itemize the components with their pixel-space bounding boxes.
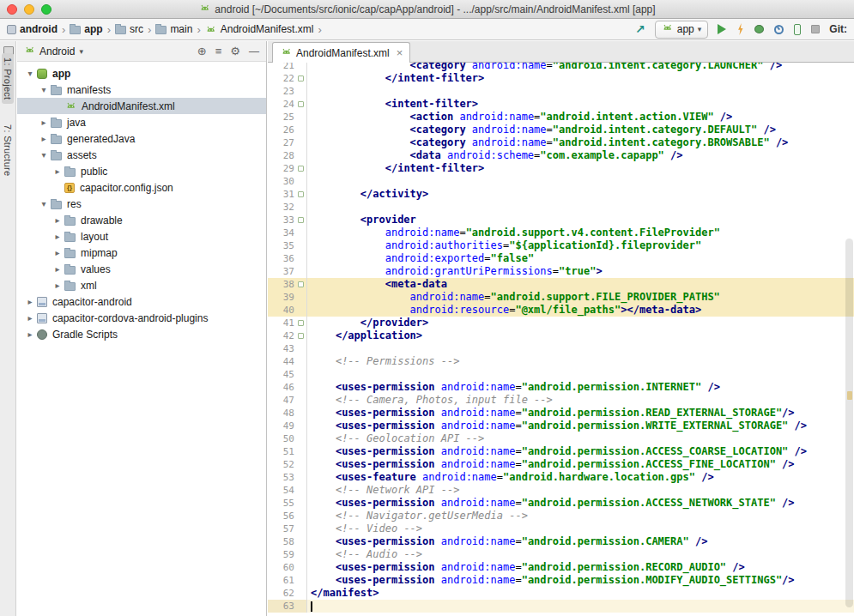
code-line-54[interactable]: 54 <!-- Network API --> bbox=[268, 484, 854, 497]
code-line-62[interactable]: 62</manifest> bbox=[268, 587, 854, 600]
code-line-42[interactable]: 42 </application> bbox=[268, 329, 854, 342]
fold-marker-icon[interactable] bbox=[298, 191, 304, 197]
chevron-down-icon[interactable]: ▾ bbox=[24, 69, 36, 78]
code-line-47[interactable]: 47 <!-- Camera, Photos, input file --> bbox=[268, 394, 854, 407]
project-view-selector[interactable]: Android ▾ bbox=[23, 45, 83, 58]
chevron-down-icon[interactable]: ▾ bbox=[38, 199, 50, 208]
hide-panel-icon[interactable]: — bbox=[249, 46, 259, 57]
code-line-36[interactable]: 36 android:exported="false" bbox=[268, 252, 854, 265]
close-window-button[interactable] bbox=[7, 4, 17, 15]
breadcrumb-item-app[interactable]: app bbox=[68, 23, 104, 35]
tree-item-generatedjava[interactable]: ▸generatedJava bbox=[17, 130, 266, 147]
fold-marker-icon[interactable] bbox=[298, 75, 304, 82]
code-line-56[interactable]: 56 <!-- Navigator.getUserMedia --> bbox=[268, 510, 854, 522]
attach-debugger-icon[interactable] bbox=[794, 24, 801, 35]
code-line-60[interactable]: 60 <uses-permission android:name="androi… bbox=[268, 561, 854, 574]
breadcrumb-item-main[interactable]: main bbox=[154, 23, 194, 35]
tree-item-gradle-scripts[interactable]: ▸Gradle Scripts bbox=[17, 326, 266, 342]
zoom-window-button[interactable] bbox=[41, 4, 51, 15]
code-line-21[interactable]: 21 <category android:name="android.inten… bbox=[268, 63, 854, 72]
code-line-26[interactable]: 26 <category android:name="android.inten… bbox=[268, 124, 854, 136]
locate-file-icon[interactable]: ⊕ bbox=[197, 45, 207, 57]
breadcrumb-item-androidmanifest-xml[interactable]: AndroidManifest.xml bbox=[203, 23, 316, 35]
fold-marker-icon[interactable] bbox=[298, 217, 304, 223]
code-line-51[interactable]: 51 <uses-permission android:name="androi… bbox=[268, 445, 854, 458]
code-line-24[interactable]: 24 <intent-filter> bbox=[268, 98, 854, 111]
close-tab-icon[interactable]: × bbox=[397, 46, 403, 59]
tree-item-layout[interactable]: ▸layout bbox=[17, 228, 266, 245]
code-line-41[interactable]: 41 </provider> bbox=[268, 317, 854, 329]
apply-changes-icon[interactable] bbox=[736, 23, 744, 35]
tree-item-drawable[interactable]: ▸drawable bbox=[17, 212, 266, 228]
minimize-window-button[interactable] bbox=[24, 4, 34, 15]
code-line-61[interactable]: 61 <uses-permission android:name="androi… bbox=[268, 574, 854, 587]
chevron-right-icon[interactable]: ▸ bbox=[38, 134, 50, 143]
code-line-23[interactable]: 23 bbox=[268, 85, 854, 98]
tree-item-app[interactable]: ▾app bbox=[17, 65, 266, 82]
tree-item-res[interactable]: ▾res bbox=[17, 196, 266, 212]
tree-item-public[interactable]: ▸public bbox=[17, 163, 266, 179]
collapse-all-icon[interactable]: ≡ bbox=[215, 45, 222, 57]
run-icon[interactable] bbox=[718, 24, 726, 34]
fold-marker-icon[interactable] bbox=[298, 281, 304, 287]
chevron-right-icon[interactable]: ▸ bbox=[24, 329, 36, 339]
chevron-right-icon[interactable]: ▸ bbox=[51, 232, 64, 241]
code-line-55[interactable]: 55 <uses-permission android:name="androi… bbox=[268, 497, 854, 510]
code-line-28[interactable]: 28 <data android:scheme="com.example.cap… bbox=[268, 149, 854, 162]
chevron-right-icon[interactable]: ▸ bbox=[51, 264, 64, 274]
code-line-45[interactable]: 45 bbox=[268, 368, 854, 381]
code-line-46[interactable]: 46 <uses-permission android:name="androi… bbox=[268, 381, 854, 394]
code-line-27[interactable]: 27 <category android:name="android.inten… bbox=[268, 136, 854, 149]
tree-item-manifests[interactable]: ▾manifests bbox=[17, 82, 266, 98]
chevron-right-icon[interactable]: ▸ bbox=[51, 166, 64, 176]
tree-item-mipmap[interactable]: ▸mipmap bbox=[17, 245, 266, 261]
code-line-57[interactable]: 57 <!-- Video --> bbox=[268, 522, 854, 535]
code-line-43[interactable]: 43 bbox=[268, 342, 854, 355]
chevron-right-icon[interactable]: ▸ bbox=[51, 215, 64, 225]
code-line-37[interactable]: 37 android:grantUriPermissions="true"> bbox=[268, 265, 854, 278]
code-line-53[interactable]: 53 <uses-feature android:name="android.h… bbox=[268, 471, 854, 484]
code-line-63[interactable]: 63 bbox=[268, 600, 854, 613]
tool-stripe-project[interactable]: 1: Project bbox=[2, 53, 14, 104]
code-line-32[interactable]: 32 bbox=[268, 201, 854, 214]
tree-item-capacitor-android[interactable]: ▸capacitor-android bbox=[17, 293, 266, 310]
code-line-30[interactable]: 30 bbox=[268, 175, 854, 188]
tree-item-androidmanifest-xml[interactable]: AndroidManifest.xml bbox=[17, 98, 266, 114]
code-line-59[interactable]: 59 <!-- Audio --> bbox=[268, 548, 854, 561]
code-line-22[interactable]: 22 </intent-filter> bbox=[268, 72, 854, 85]
chevron-right-icon[interactable]: ▸ bbox=[38, 118, 50, 127]
code-line-48[interactable]: 48 <uses-permission android:name="androi… bbox=[268, 407, 854, 420]
editor-scrollbar[interactable] bbox=[845, 239, 853, 607]
tree-item-java[interactable]: ▸java bbox=[17, 114, 266, 130]
breadcrumb-item-android[interactable]: android bbox=[5, 23, 59, 35]
chevron-right-icon[interactable]: ▸ bbox=[51, 281, 64, 290]
run-configuration-select[interactable]: app ▾ bbox=[655, 21, 709, 39]
titlebar[interactable]: android [~/Documents/src/ionic/cap/capAp… bbox=[0, 0, 854, 19]
navigation-arrow-icon[interactable]: ↗ bbox=[635, 23, 645, 35]
code-line-34[interactable]: 34 android:name="android.support.v4.cont… bbox=[268, 226, 854, 239]
fold-marker-icon[interactable] bbox=[298, 101, 304, 107]
chevron-right-icon[interactable]: ▸ bbox=[24, 313, 36, 323]
tree-item-capacitor-cordova-android-plugins[interactable]: ▸capacitor-cordova-android-plugins bbox=[17, 310, 266, 326]
code-line-39[interactable]: 39 android:name="android.support.FILE_PR… bbox=[268, 291, 854, 304]
tree-item-values[interactable]: ▸values bbox=[17, 261, 266, 277]
code-line-25[interactable]: 25 <action android:name="android.intent.… bbox=[268, 111, 854, 124]
code-line-52[interactable]: 52 <uses-permission android:name="androi… bbox=[268, 458, 854, 471]
code-line-49[interactable]: 49 <uses-permission android:name="androi… bbox=[268, 420, 854, 432]
tree-item-capacitor-config-json[interactable]: {}capacitor.config.json bbox=[17, 179, 266, 196]
code-line-38[interactable]: 38 <meta-data bbox=[268, 278, 854, 291]
code-line-33[interactable]: 33 <provider bbox=[268, 214, 854, 226]
code-line-29[interactable]: 29 </intent-filter> bbox=[268, 162, 854, 175]
chevron-right-icon[interactable]: ▸ bbox=[51, 248, 64, 257]
code-line-35[interactable]: 35 android:authorities="${applicationId}… bbox=[268, 239, 854, 252]
code-line-44[interactable]: 44 <!-- Permissions --> bbox=[268, 355, 854, 368]
code-line-58[interactable]: 58 <uses-permission android:name="androi… bbox=[268, 535, 854, 548]
fold-marker-icon[interactable] bbox=[298, 320, 304, 326]
chevron-right-icon[interactable]: ▸ bbox=[24, 297, 36, 306]
tree-item-xml[interactable]: ▸xml bbox=[17, 277, 266, 293]
code-line-40[interactable]: 40 android:resource="@xml/file_paths"></… bbox=[268, 304, 854, 317]
tree-item-assets[interactable]: ▾assets bbox=[17, 147, 266, 163]
code-line-50[interactable]: 50 <!-- Geolocation API --> bbox=[268, 432, 854, 445]
settings-gear-icon[interactable]: ⚙ bbox=[230, 45, 240, 57]
chevron-down-icon[interactable]: ▾ bbox=[38, 150, 50, 160]
